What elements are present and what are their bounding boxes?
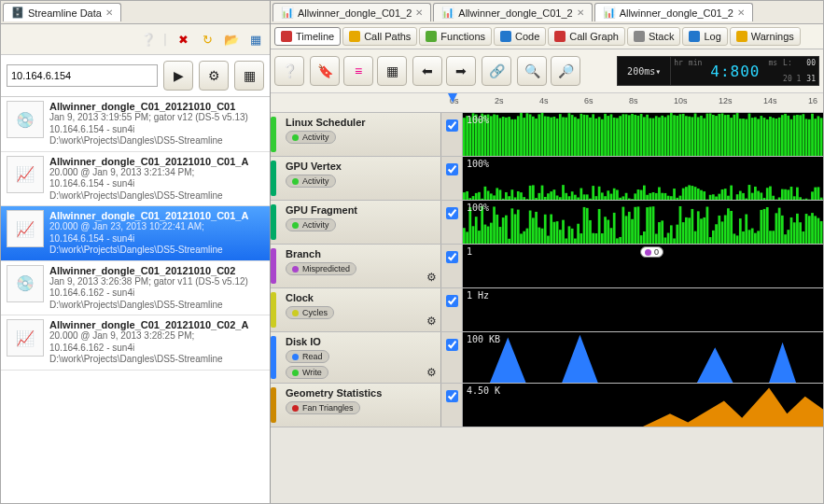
svg-rect-45 <box>598 117 601 156</box>
track-header[interactable]: Disk IO ReadWrite ⚙ <box>271 332 441 383</box>
svg-rect-124 <box>475 193 478 200</box>
track-header[interactable]: GPU Fragment Activity <box>271 201 441 244</box>
metric-chip[interactable]: Cycles <box>286 306 334 319</box>
capture-item[interactable]: 💿 Allwinner_dongle_C01_20121010_C01 Jan … <box>1 97 270 152</box>
track-checkbox[interactable] <box>446 390 458 402</box>
track-graph[interactable]: 1 0 <box>463 245 823 287</box>
range-selector[interactable]: 200ms ▾ <box>618 57 671 85</box>
metric-chip[interactable]: Fan Triangles <box>286 401 360 414</box>
link-button[interactable]: 🔗 <box>482 56 511 86</box>
track-graph[interactable]: 100% <box>463 201 823 244</box>
subtab-call-paths[interactable]: Call Paths <box>342 27 417 46</box>
svg-rect-191 <box>676 198 678 200</box>
track-header[interactable]: Branch Mispredicted ⚙ <box>271 245 441 287</box>
track-graph[interactable]: 1 Hz <box>463 288 823 331</box>
svg-rect-278 <box>577 224 580 244</box>
track-graph[interactable]: 100 KB <box>463 332 823 383</box>
track-checkbox[interactable] <box>446 119 458 132</box>
grid-button[interactable]: ▦ <box>234 61 264 91</box>
zoom-out-button[interactable]: 🔎 <box>551 56 580 86</box>
filter-button[interactable]: ≡ <box>343 56 373 86</box>
svg-rect-115 <box>808 119 811 156</box>
track-graph[interactable]: 100% <box>463 157 823 200</box>
metric-chip[interactable]: Read <box>286 350 329 363</box>
svg-rect-253 <box>502 217 505 244</box>
capture-list[interactable]: 💿 Allwinner_dongle_C01_20121010_C01 Jan … <box>1 97 270 503</box>
close-icon[interactable]: ✕ <box>737 7 745 18</box>
refresh-icon[interactable]: ↻ <box>197 29 217 49</box>
gear-icon[interactable]: ⚙ <box>426 271 437 284</box>
svg-rect-9 <box>490 116 493 156</box>
metric-chip[interactable]: Activity <box>286 218 336 231</box>
track-checkbox[interactable] <box>446 295 458 307</box>
svg-rect-36 <box>571 115 574 156</box>
run-button[interactable]: ▶ <box>163 61 193 91</box>
svg-rect-318 <box>697 211 700 244</box>
gear-icon[interactable]: ⚙ <box>426 315 437 328</box>
track-checkbox[interactable] <box>446 163 458 175</box>
gear-icon[interactable]: ⚙ <box>426 366 437 379</box>
track-checkbox[interactable] <box>446 251 458 263</box>
track-stripe <box>271 161 276 196</box>
next-button[interactable]: ➡ <box>446 56 476 86</box>
track-header[interactable]: Clock Cycles ⚙ <box>271 288 441 331</box>
chart-icon[interactable]: ▦ <box>245 29 266 49</box>
capture-item[interactable]: 💿 Allwinner_dongle_C01_20121010_C02 Jan … <box>1 261 270 316</box>
time-ruler[interactable]: 0s2s4s6s8s10s12s14s16 <box>271 93 823 113</box>
close-icon[interactable]: ✕ <box>415 7 423 18</box>
capture-item[interactable]: 📈 Allwinner_dongle_C01_20121010_C02_A 20… <box>1 315 270 371</box>
marker-badge[interactable]: 0 <box>640 246 663 258</box>
editor-tab[interactable]: 📊Allwinner_dongle_C01_2✕ <box>272 3 431 21</box>
svg-rect-338 <box>757 231 760 244</box>
help-button[interactable]: ❔ <box>274 56 304 86</box>
track-graph[interactable]: 4.50 K <box>463 384 823 427</box>
subtab-stack[interactable]: Stack <box>627 27 681 46</box>
track-checkbox[interactable] <box>446 207 458 219</box>
subtab-icon <box>634 31 645 42</box>
close-icon[interactable]: ✕ <box>105 7 113 18</box>
svg-rect-20 <box>523 118 525 156</box>
metric-chip[interactable]: Activity <box>286 131 336 144</box>
metric-chip[interactable]: Write <box>286 366 328 379</box>
editor-tab[interactable]: 📊Allwinner_dongle_C01_2✕ <box>433 3 592 21</box>
editor-tab[interactable]: 📊Allwinner_dongle_C01_2✕ <box>594 3 753 21</box>
capture-meta: 20.000 @ Jan 9, 2013 3:28:25 PM; <box>49 330 264 343</box>
svg-rect-79 <box>700 116 703 156</box>
address-input[interactable] <box>7 64 158 87</box>
delete-icon[interactable]: ✖ <box>173 29 193 49</box>
bookmark-button[interactable]: 🔖 <box>310 56 340 86</box>
track-header[interactable]: Geometry Statistics Fan Triangles <box>271 384 441 427</box>
svg-rect-261 <box>526 229 529 244</box>
svg-rect-354 <box>805 214 808 244</box>
svg-rect-108 <box>787 116 789 156</box>
subtab-timeline[interactable]: Timeline <box>274 27 341 46</box>
svg-rect-257 <box>514 214 517 244</box>
svg-rect-219 <box>760 192 762 200</box>
close-icon[interactable]: ✕ <box>577 7 584 18</box>
track-checkbox[interactable] <box>446 339 458 351</box>
settings-button[interactable]: ⚙ <box>199 61 229 91</box>
capture-item[interactable]: 📈 Allwinner_dongle_C01_20121010_C01_A 20… <box>1 152 270 207</box>
track-header[interactable]: GPU Vertex Activity <box>271 157 441 200</box>
subtab-call-graph[interactable]: Call Graph <box>548 27 625 46</box>
prev-button[interactable]: ⬅ <box>412 56 442 86</box>
subtab-functions[interactable]: Functions <box>419 27 492 46</box>
subtab-code[interactable]: Code <box>494 27 546 46</box>
svg-rect-74 <box>685 116 688 156</box>
subtab-log[interactable]: Log <box>682 27 727 46</box>
tab-streamline-data[interactable]: 🗄️ Streamline Data ✕ <box>3 3 121 21</box>
zoom-in-button[interactable]: 🔍 <box>517 56 547 86</box>
capture-item[interactable]: 📈 Allwinner_dongle_C01_20121010_C01_A 20… <box>1 206 270 261</box>
subtab-warnings[interactable]: Warnings <box>730 27 801 46</box>
tiles-button[interactable]: ▦ <box>377 56 407 86</box>
track-checkbox-cell <box>441 157 463 200</box>
svg-rect-18 <box>517 116 520 156</box>
open-folder-icon[interactable]: 📂 <box>221 29 242 49</box>
track-header[interactable]: Linux Scheduler Activity <box>271 113 441 156</box>
metric-chip[interactable]: Activity <box>286 175 336 188</box>
help-icon[interactable]: ❔ <box>138 29 159 49</box>
metric-chip[interactable]: Mispredicted <box>286 262 356 275</box>
svg-rect-163 <box>592 186 594 200</box>
track-graph[interactable]: 100% <box>463 113 823 156</box>
timeline-tracks[interactable]: Linux Scheduler Activity 100% GPU Vertex… <box>271 113 823 503</box>
